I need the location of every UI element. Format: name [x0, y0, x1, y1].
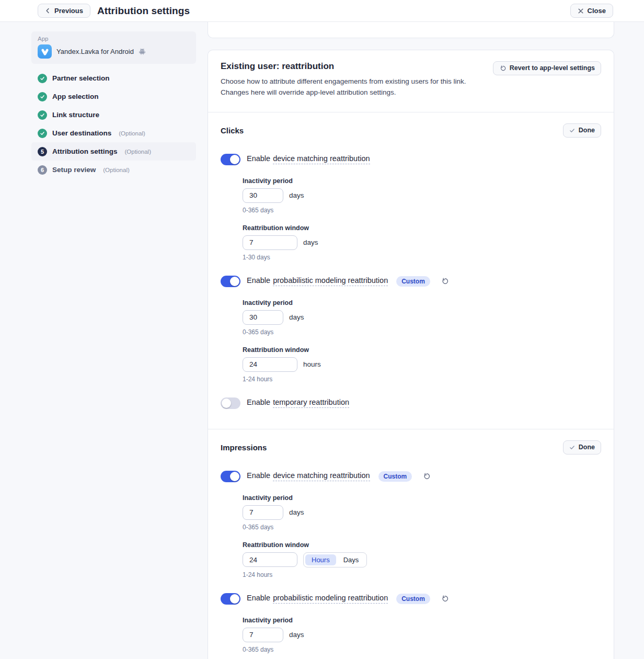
unit-segmented-control: Hours Days [303, 552, 367, 567]
sidebar-item-user-destinations[interactable]: User destinations (Optional) [31, 124, 196, 142]
content-area: Existing user: reattribution Choose how … [208, 22, 614, 659]
input-row: days [243, 235, 601, 250]
unit-label: days [289, 631, 304, 639]
inactivity-period-field: Inactivity period days 0-365 days [243, 177, 601, 214]
card-title: Existing user: reattribution [221, 61, 493, 72]
toggle-label: Enable probabilistic modeling reattribut… [247, 594, 388, 604]
close-icon [578, 8, 584, 14]
wizard-sidebar: App Yandex.Lavka for Android [31, 22, 196, 659]
revert-label: Revert to app-level settings [510, 64, 595, 72]
label-prefix: Enable [247, 398, 270, 406]
unit-days-option[interactable]: Days [337, 554, 365, 565]
step-label: Link structure [52, 111, 99, 119]
revert-to-app-level-button[interactable]: Revert to app-level settings [493, 61, 601, 75]
done-label: Done [579, 444, 595, 451]
label-prefix: Enable [247, 471, 270, 480]
label-prefix: Enable [247, 154, 270, 163]
range-hint: 1-24 hours [243, 376, 601, 383]
card-description: Choose how to attribute different engage… [221, 76, 493, 98]
inactivity-period-field: Inactivity period days 0-365 days [243, 299, 601, 336]
label-term[interactable]: temporary reattribution [273, 398, 349, 408]
card-intro: Existing user: reattribution Choose how … [208, 50, 614, 112]
inactivity-period-input[interactable] [243, 188, 283, 203]
range-hint: 0-365 days [243, 207, 601, 214]
step-label: App selection [52, 93, 99, 100]
label-term[interactable]: device matching reattribution [273, 154, 370, 164]
page-title: Attribution settings [97, 5, 190, 17]
unit-label: days [289, 508, 304, 516]
reattribution-window-input[interactable] [243, 552, 297, 567]
previous-button[interactable]: Previous [38, 4, 90, 18]
app-row: Yandex.Lavka for Android [38, 44, 190, 59]
custom-badge: Custom [396, 594, 430, 604]
done-label: Done [579, 127, 595, 134]
sidebar-item-setup-review[interactable]: 6 Setup review (Optional) [31, 161, 196, 179]
top-bar: Previous Attribution settings Close [0, 0, 644, 22]
revert-icon[interactable] [441, 595, 448, 603]
impressions-section: Impressions Done Enable device matching … [208, 429, 614, 659]
clicks-device-matching-toggle[interactable] [221, 154, 240, 165]
inactivity-period-input[interactable] [243, 628, 283, 642]
step-number-badge: 5 [38, 147, 47, 156]
close-label: Close [588, 7, 606, 14]
done-check-icon [569, 445, 575, 450]
clicks-temporary-toggle[interactable] [221, 397, 240, 409]
range-hint: 0-365 days [243, 328, 601, 336]
sidebar-item-partner-selection[interactable]: Partner selection [31, 69, 196, 87]
app-name: Yandex.Lavka for Android [56, 48, 134, 55]
toggle-knob [230, 472, 239, 481]
impressions-section-head: Impressions Done [221, 440, 601, 455]
sidebar-item-link-structure[interactable]: Link structure [31, 106, 196, 124]
clicks-probabilistic-toggle[interactable] [221, 276, 240, 287]
unit-hours-option[interactable]: Hours [305, 554, 336, 565]
label-term[interactable]: probabilistic modeling reattribution [273, 594, 388, 604]
inactivity-period-field: Inactivity period days 0-365 days [243, 494, 601, 531]
reattribution-window-field: Reattribution window hours 1-24 hours [243, 346, 601, 383]
unit-label: days [303, 238, 318, 246]
reattribution-window-input[interactable] [243, 235, 297, 250]
step-label: Setup review [52, 166, 96, 174]
inactivity-period-input[interactable] [243, 310, 283, 325]
toggle-label: Enable device matching reattribution [247, 471, 370, 481]
impressions-device-matching-toggle[interactable] [221, 471, 240, 482]
clicks-device-matching-row: Enable device matching reattribution [221, 154, 601, 165]
clicks-device-matching-fields: Inactivity period days 0-365 days Reattr… [243, 177, 601, 261]
range-hint: 1-24 hours [243, 571, 601, 578]
step-label: Partner selection [52, 74, 110, 82]
revert-icon[interactable] [441, 277, 448, 285]
toggle-label: Enable probabilistic modeling reattribut… [247, 276, 388, 286]
input-row: days [243, 188, 601, 203]
range-hint: 0-365 days [243, 646, 601, 653]
clicks-probabilistic-fields: Inactivity period days 0-365 days Reattr… [243, 299, 601, 383]
input-row: days [243, 628, 601, 642]
input-row: hours [243, 357, 601, 372]
clicks-section: Clicks Done Enable device matching reatt… [208, 112, 614, 429]
previous-label: Previous [54, 7, 83, 14]
toggle-label: Enable device matching reattribution [247, 154, 370, 164]
clicks-done-button[interactable]: Done [563, 123, 601, 138]
check-circle-icon [38, 74, 47, 83]
chevron-left-icon [45, 8, 51, 14]
label-term[interactable]: probabilistic modeling reattribution [273, 276, 388, 286]
reattribution-window-input[interactable] [243, 357, 297, 372]
clicks-probabilistic-row: Enable probabilistic modeling reattribut… [221, 276, 601, 287]
input-row: days [243, 505, 601, 520]
clicks-temporary-row: Enable temporary reattribution [221, 397, 601, 409]
inactivity-period-input[interactable] [243, 505, 283, 520]
field-label: Reattribution window [243, 224, 601, 232]
revert-icon[interactable] [422, 472, 430, 480]
input-row: days [243, 310, 601, 325]
label-term[interactable]: device matching reattribution [273, 471, 370, 481]
sidebar-item-attribution-settings[interactable]: 5 Attribution settings (Optional) [31, 142, 196, 161]
unit-label: days [289, 191, 304, 199]
intro-text: Existing user: reattribution Choose how … [221, 61, 493, 98]
impressions-done-button[interactable]: Done [563, 440, 601, 455]
sidebar-item-app-selection[interactable]: App selection [31, 87, 196, 106]
reattribution-card: Existing user: reattribution Choose how … [208, 50, 614, 659]
step-optional-tag: (Optional) [125, 149, 152, 155]
unit-label: hours [303, 360, 321, 368]
close-button[interactable]: Close [570, 4, 613, 18]
impressions-probabilistic-toggle[interactable] [221, 593, 240, 605]
toggle-knob [222, 399, 231, 408]
field-label: Inactivity period [243, 299, 601, 306]
